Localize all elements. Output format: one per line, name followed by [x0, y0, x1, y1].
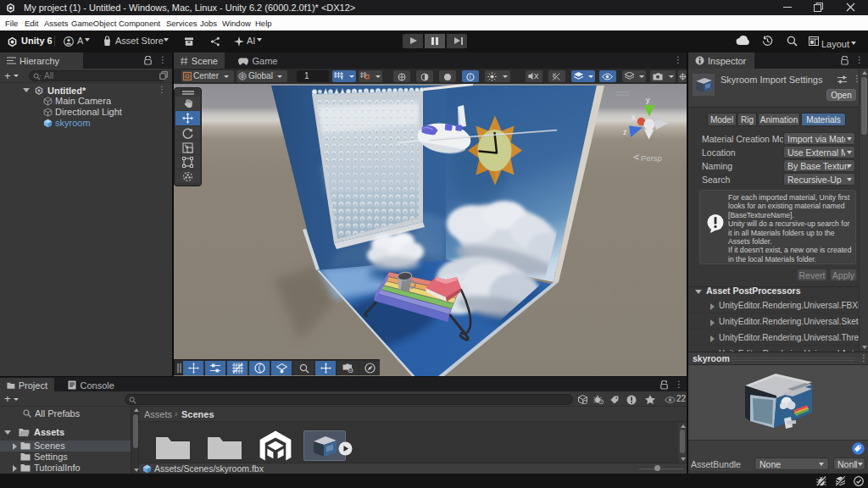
svg-text:y: y — [646, 96, 650, 104]
svg-text:z: z — [623, 128, 627, 136]
svg-text:Persp: Persp — [641, 153, 662, 163]
svg-text:x: x — [632, 113, 636, 121]
